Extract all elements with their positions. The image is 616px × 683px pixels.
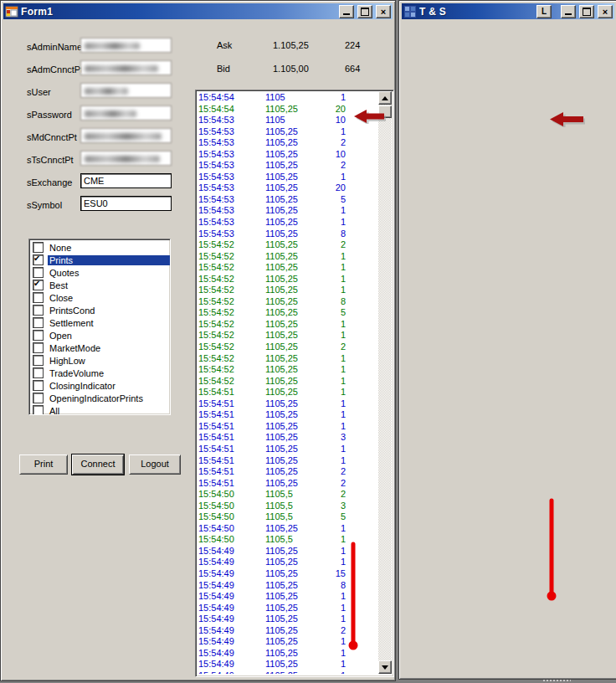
checklist-item-OpeningIndicatorPrints[interactable]: OpeningIndicatorPrints: [29, 392, 170, 404]
checkbox[interactable]: [33, 305, 44, 316]
tape-row[interactable]: 15:54:531105,251: [197, 205, 377, 217]
field-input-sExchange[interactable]: CME: [80, 173, 172, 188]
tape-row[interactable]: 15:54:531105,2520: [197, 182, 377, 194]
field-input-sPassword[interactable]: [80, 105, 172, 121]
tape-row[interactable]: 15:54:501105,51: [197, 534, 377, 546]
maximize-button[interactable]: [357, 5, 372, 18]
checklist-item-None[interactable]: None: [29, 241, 170, 254]
checkbox[interactable]: [33, 405, 44, 415]
tape-row[interactable]: 15:54:521105,251: [197, 285, 377, 296]
checklist-item-MarketMode[interactable]: MarketMode: [29, 342, 170, 354]
checkbox-checked[interactable]: [33, 280, 44, 290]
checklist-item-PrintsCond[interactable]: PrintsCond: [29, 304, 170, 316]
tape-row[interactable]: 15:54:511105,251: [197, 387, 377, 398]
tape-row[interactable]: 15:54:521105,252: [197, 239, 377, 251]
maximize-button[interactable]: [579, 5, 594, 18]
tape-row[interactable]: 15:54:531105,251: [197, 172, 377, 183]
checklist-item-Open[interactable]: Open: [29, 329, 170, 342]
checkbox[interactable]: [33, 292, 44, 303]
checkbox[interactable]: [33, 330, 44, 341]
field-input-sAdminName[interactable]: [80, 38, 172, 53]
tape-row[interactable]: 15:54:521105,251: [197, 319, 377, 331]
checklist-item-Quotes[interactable]: Quotes: [29, 266, 170, 279]
scroll-thumb[interactable]: [378, 105, 392, 118]
tape-row[interactable]: 15:54:511105,251: [197, 398, 377, 410]
tape-row[interactable]: 15:54:491105,252: [197, 625, 377, 637]
tape-row[interactable]: 15:54:501105,53: [197, 501, 377, 512]
tape-row[interactable]: 15:54:521105,255: [197, 307, 377, 319]
tape-row[interactable]: 15:54:521105,252: [197, 342, 377, 353]
checkbox[interactable]: [33, 355, 44, 366]
checkbox[interactable]: [33, 342, 44, 353]
scroll-up-button[interactable]: [378, 91, 392, 105]
form1-titlebar[interactable]: Form1 ×: [3, 3, 393, 19]
tape-row[interactable]: 15:54:521105,251: [197, 330, 377, 342]
tape-row[interactable]: 15:54:511105,251: [197, 409, 377, 421]
checklist-item-All[interactable]: All: [29, 404, 170, 415]
tape-row[interactable]: 15:54:491105,258: [197, 580, 377, 592]
checkbox[interactable]: [33, 380, 44, 391]
tape-row[interactable]: 15:54:491105,251: [197, 648, 377, 660]
checklist-item-Prints[interactable]: Prints: [29, 254, 170, 266]
tape-row[interactable]: 15:54:501105,52: [197, 489, 377, 501]
checklist-item-Settlement[interactable]: Settlement: [29, 316, 170, 329]
tape-scrollbar[interactable]: [378, 91, 392, 674]
tape-row[interactable]: 15:54:521105,251: [197, 364, 377, 376]
checkbox[interactable]: [33, 267, 44, 278]
tape-row[interactable]: 15:54:521105,251: [197, 262, 377, 274]
checkbox[interactable]: [33, 367, 44, 378]
tape-row[interactable]: 15:54:521105,251: [197, 274, 377, 285]
tands-titlebar[interactable]: T & S L ×: [402, 3, 614, 19]
tape-row[interactable]: 15:54:531105,251: [197, 126, 377, 138]
tape-row[interactable]: 15:54:531105,252: [197, 160, 377, 172]
tape-row[interactable]: 15:54:511105,251: [197, 421, 377, 433]
tape-row[interactable]: 15:54:491105,251: [197, 659, 377, 670]
checklist-item-TradeVolume[interactable]: TradeVolume: [29, 367, 170, 379]
tape-row[interactable]: 15:54:511105,251: [197, 444, 377, 455]
tape-row[interactable]: 15:54:511105,253: [197, 432, 377, 444]
checklist-item-HighLow[interactable]: HighLow: [29, 354, 170, 367]
field-input-sSymbol[interactable]: ESU0: [80, 196, 172, 211]
field-input-sUser[interactable]: [80, 83, 172, 98]
tape-row[interactable]: 15:54:541105,2520: [197, 104, 377, 116]
checklist-item-Best[interactable]: Best: [29, 279, 170, 291]
tape-row[interactable]: 15:54:491105,251: [197, 670, 377, 674]
field-input-sMdCnnctPt[interactable]: [80, 128, 172, 143]
tape-row[interactable]: 15:54:511105,252: [197, 466, 377, 478]
tape-row[interactable]: 15:54:491105,251: [197, 603, 377, 614]
tape-row[interactable]: 15:54:531105,251: [197, 217, 377, 229]
resize-grip[interactable]: [542, 679, 571, 682]
tape-row[interactable]: 15:54:491105,2515: [197, 568, 377, 580]
tape-row[interactable]: 15:54:491105,251: [197, 636, 377, 648]
tape-row[interactable]: 15:54:53110510: [197, 115, 377, 126]
tape-row[interactable]: 15:54:501105,251: [197, 523, 377, 535]
close-button[interactable]: ×: [598, 5, 613, 18]
checkbox[interactable]: [33, 242, 44, 253]
tape-row[interactable]: 15:54:521105,251: [197, 353, 377, 365]
tape-row[interactable]: 15:54:521105,251: [197, 251, 377, 263]
close-button[interactable]: ×: [376, 5, 391, 18]
scroll-down-button[interactable]: [378, 660, 392, 674]
checkbox-checked[interactable]: [33, 254, 44, 265]
tape-row[interactable]: 15:54:491105,251: [197, 546, 377, 557]
minimize-button[interactable]: [339, 5, 354, 18]
checkbox[interactable]: [33, 393, 44, 403]
tape-row[interactable]: 15:54:511105,252: [197, 478, 377, 490]
checklist-item-ClosingIndicator[interactable]: ClosingIndicator: [29, 379, 170, 392]
field-input-sAdmCnnctPt[interactable]: [80, 60, 172, 75]
tape-row[interactable]: 15:54:531105,258: [197, 229, 377, 240]
checkbox[interactable]: [33, 317, 44, 328]
tape-row[interactable]: 15:54:511105,251: [197, 455, 377, 467]
field-input-sTsCnnctPt[interactable]: [80, 151, 172, 166]
tape-row[interactable]: 15:54:491105,251: [197, 557, 377, 568]
checklist-item-Close[interactable]: Close: [29, 291, 170, 304]
tape-row[interactable]: 15:54:531105,252: [197, 137, 377, 149]
tape-row[interactable]: 15:54:531105,255: [197, 194, 377, 206]
tape-row[interactable]: 15:54:5411051: [197, 92, 377, 104]
connect-button[interactable]: Connect: [72, 454, 124, 475]
subscription-type-listbox[interactable]: NonePrintsQuotesBestClosePrintsCondSettl…: [28, 239, 171, 415]
tape-row[interactable]: 15:54:531105,2510: [197, 149, 377, 161]
tape-row[interactable]: 15:54:491105,251: [197, 591, 377, 603]
minimize-button[interactable]: [561, 5, 576, 18]
tape-row[interactable]: 15:54:501105,55: [197, 511, 377, 523]
